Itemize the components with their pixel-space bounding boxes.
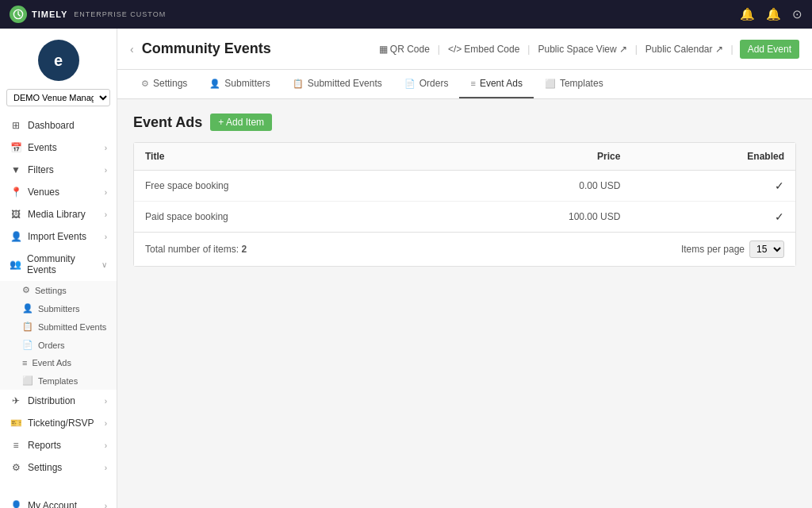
add-event-button[interactable]: Add Event	[740, 40, 799, 59]
separator: |	[731, 44, 733, 55]
sidebar-item-filters[interactable]: ▼ Filters ›	[0, 159, 117, 181]
col-title: Title	[134, 143, 427, 171]
col-price: Price	[427, 143, 631, 171]
tab-templates[interactable]: ⬜ Templates	[534, 70, 615, 98]
submitted-events-icon: 📋	[22, 321, 33, 332]
chevron-right-icon: ›	[105, 397, 107, 406]
header-actions: ▦ QR Code | </> Embed Code | Public Spac…	[374, 40, 799, 59]
logo-text: TIMELY	[32, 10, 67, 19]
add-item-button[interactable]: + Add Item	[210, 114, 272, 131]
sidebar-item-events[interactable]: 📅 Events ›	[0, 137, 117, 159]
separator: |	[438, 44, 440, 55]
event-ads-table-container: Title Price Enabled Free space booking 0…	[133, 142, 796, 267]
check-icon: ✓	[775, 210, 784, 223]
event-ads-icon: ≡	[22, 358, 27, 368]
sidebar-item-reports[interactable]: ≡ Reports ›	[0, 434, 117, 456]
chevron-right-icon: ›	[105, 210, 107, 219]
table-footer: Total number of items: 2 Items per page …	[134, 232, 795, 266]
row-enabled: ✓	[631, 202, 795, 233]
sidebar-nav: ⊞ Dashboard 📅 Events › ▼ Filters › 📍 Ven…	[0, 114, 117, 508]
qr-code-icon: ▦	[379, 44, 388, 55]
sidebar-item-ce-settings[interactable]: ⚙ Settings	[0, 281, 117, 299]
sidebar-item-media-library[interactable]: 🖼 Media Library ›	[0, 203, 117, 225]
public-space-view-action[interactable]: Public Space View ↗	[533, 44, 631, 55]
public-calendar-action[interactable]: Public Calendar ↗	[641, 44, 728, 55]
media-library-icon: 🖼	[10, 209, 22, 220]
external-link-icon: ↗	[715, 44, 723, 55]
orders-tab-icon: 📄	[404, 79, 416, 89]
event-ads-tab-icon: ≡	[470, 79, 475, 88]
notifications-icon[interactable]: 🔔	[740, 7, 755, 21]
sidebar-item-settings[interactable]: ⚙ Settings ›	[0, 456, 117, 479]
tab-event-ads[interactable]: ≡ Event Ads	[459, 70, 533, 98]
table-row: Paid space booking 100.00 USD ✓	[134, 202, 795, 233]
chevron-down-icon: ∨	[102, 260, 107, 269]
alerts-icon[interactable]: 🔔	[766, 7, 781, 21]
embed-code-icon: </>	[448, 44, 462, 55]
check-icon: ✓	[775, 179, 784, 192]
sidebar-item-ce-submitted-events[interactable]: 📋 Submitted Events	[0, 318, 117, 336]
chevron-right-icon: ›	[105, 441, 107, 450]
sidebar-item-ticketing[interactable]: 🎫 Ticketing/RSVP ›	[0, 412, 117, 434]
table-row: Free space booking 0.00 USD ✓	[134, 171, 795, 202]
tab-settings[interactable]: ⚙ Settings	[130, 70, 198, 98]
dashboard-icon: ⊞	[10, 120, 22, 131]
row-title: Paid space booking	[134, 202, 427, 233]
filters-icon: ▼	[10, 164, 22, 175]
templates-tab-icon: ⬜	[545, 79, 556, 89]
total-count: Total number of items: 2	[145, 244, 247, 255]
avatar-container: e	[0, 29, 117, 89]
main-content: ‹ Community Events ▦ QR Code | </> Embed…	[117, 29, 812, 508]
event-ads-table: Title Price Enabled Free space booking 0…	[134, 143, 795, 232]
logo-sub: ENTERPRISE CUSTOM	[74, 10, 166, 18]
section-title: Event Ads	[133, 114, 202, 131]
community-events-icon: 👥	[10, 259, 21, 270]
chevron-right-icon: ›	[105, 464, 107, 472]
tab-submitters[interactable]: 👤 Submitters	[198, 70, 281, 98]
sidebar-item-ce-orders[interactable]: 📄 Orders	[0, 336, 117, 354]
qr-code-action[interactable]: ▦ QR Code	[374, 44, 435, 55]
row-enabled: ✓	[631, 171, 795, 202]
reports-icon: ≡	[10, 440, 22, 451]
tab-orders[interactable]: 📄 Orders	[393, 70, 460, 98]
page-title: Community Events	[142, 40, 374, 57]
logo-icon	[10, 6, 27, 23]
logo: TIMELY ENTERPRISE CUSTOM	[10, 6, 166, 23]
venue-dropdown[interactable]: DEMO Venue Managemer	[6, 89, 110, 106]
back-button[interactable]: ‹	[130, 43, 134, 56]
venues-icon: 📍	[10, 187, 22, 198]
sidebar-item-ce-submitters[interactable]: 👤 Submitters	[0, 299, 117, 318]
chevron-right-icon: ›	[105, 502, 107, 509]
sidebar-item-venues[interactable]: 📍 Venues ›	[0, 181, 117, 203]
chevron-right-icon: ›	[105, 166, 107, 175]
separator: |	[527, 44, 530, 55]
import-icon: 👤	[10, 231, 22, 242]
separator: |	[635, 44, 638, 55]
sidebar: e DEMO Venue Managemer ⊞ Dashboard 📅 Eve…	[0, 29, 117, 508]
chevron-right-icon: ›	[105, 233, 107, 241]
section-header: Event Ads + Add Item	[133, 114, 796, 131]
tab-submitted-events[interactable]: 📋 Submitted Events	[282, 70, 393, 98]
avatar: e	[38, 40, 79, 81]
venue-select[interactable]: DEMO Venue Managemer	[6, 89, 110, 106]
sidebar-item-ce-templates[interactable]: ⬜ Templates	[0, 371, 117, 390]
user-menu-icon[interactable]: ⊙	[792, 7, 802, 21]
sidebar-item-distribution[interactable]: ✈ Distribution ›	[0, 390, 117, 412]
submitters-tab-icon: 👤	[209, 79, 220, 89]
chevron-right-icon: ›	[105, 188, 107, 197]
sidebar-item-dashboard[interactable]: ⊞ Dashboard	[0, 114, 117, 137]
embed-code-action[interactable]: </> Embed Code	[443, 44, 524, 55]
sidebar-item-my-account[interactable]: 👤 My Account ›	[0, 495, 117, 508]
orders-icon: 📄	[22, 340, 33, 350]
events-icon: 📅	[10, 142, 22, 153]
items-per-page-select[interactable]: 10 15 25 50	[749, 241, 784, 258]
sidebar-item-import-events[interactable]: 👤 Import Events ›	[0, 225, 117, 248]
tab-bar: ⚙ Settings 👤 Submitters 📋 Submitted Even…	[117, 70, 812, 99]
topbar: TIMELY ENTERPRISE CUSTOM 🔔 🔔 ⊙	[0, 0, 812, 29]
sidebar-item-ce-event-ads[interactable]: ≡ Event Ads	[0, 354, 117, 371]
chevron-right-icon: ›	[105, 144, 107, 152]
content-area: Event Ads + Add Item Title Price Enabled	[117, 99, 812, 508]
submitters-icon: 👤	[22, 303, 33, 314]
sidebar-item-community-events[interactable]: 👥 Community Events ∨	[0, 248, 117, 281]
external-link-icon: ↗	[619, 44, 627, 55]
